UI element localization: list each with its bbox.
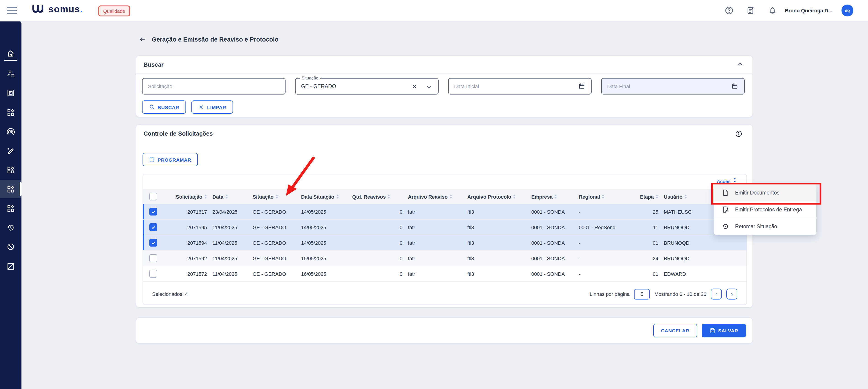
col-regional[interactable]: Regional [579, 194, 600, 199]
hamburger-menu-icon[interactable] [7, 7, 17, 14]
prev-page-button[interactable]: ‹ [711, 289, 722, 299]
collapse-chevron-icon[interactable] [737, 61, 743, 68]
calendar-icon[interactable] [578, 83, 585, 90]
sidebar-item-history[interactable] [0, 218, 22, 236]
row-checkbox[interactable] [149, 254, 157, 262]
row-checkbox[interactable] [149, 270, 157, 278]
table-header-row: Solicitação Data Situação Data Situação … [143, 189, 746, 204]
sort-icon[interactable] [225, 195, 228, 199]
col-arquivo-reaviso[interactable]: Arquivo Reaviso [408, 194, 448, 199]
col-data[interactable]: Data [212, 194, 223, 199]
back-arrow-icon[interactable] [139, 36, 146, 43]
sort-icon[interactable] [513, 195, 516, 199]
data-final-input[interactable]: Data Final [601, 78, 745, 95]
col-usuario[interactable]: Usuário [664, 194, 683, 199]
cell-data-situacao: 14/05/2025 [298, 204, 349, 219]
cell-etapa: 01 [634, 266, 661, 282]
solicitacao-input[interactable]: Solicitação [142, 78, 285, 95]
help-icon[interactable] [724, 6, 734, 15]
sort-icon[interactable] [450, 195, 452, 199]
data-inicial-input[interactable]: Data Inicial [448, 78, 592, 95]
bell-icon[interactable] [768, 6, 777, 15]
next-page-button[interactable]: › [726, 289, 737, 299]
row-checkbox[interactable] [149, 239, 157, 247]
buscar-button[interactable]: BUSCAR [142, 100, 186, 114]
sidebar-item-edit[interactable] [0, 141, 22, 160]
cell-etapa: 01 [634, 235, 661, 251]
calendar-icon[interactable] [732, 83, 738, 90]
user-name[interactable]: Bruno Queiroga D... [785, 8, 832, 13]
table-row[interactable]: 207157211/04/2025GE - GERADO16/05/20250f… [143, 266, 746, 282]
sort-icon[interactable] [684, 195, 687, 199]
sort-icon[interactable] [388, 195, 391, 199]
solicitacoes-table: Ações Solicitação Data Situação Data Sit… [143, 174, 747, 305]
sidebar-item-apps-2[interactable] [0, 161, 22, 179]
cell-arquivo-protocolo: ftl3 [465, 266, 529, 282]
sidebar-item-person-home[interactable] [0, 64, 22, 83]
menu-item-retomar-situacao[interactable]: Retomar Situação [714, 218, 816, 235]
sort-icon[interactable] [602, 195, 604, 199]
form-actions-bar: CANCELAR SALVAR [136, 317, 753, 344]
cell-qtd-reavisos: 0 [349, 266, 405, 282]
cell-situacao: GE - GERADO [250, 204, 298, 219]
table-row[interactable]: 207159511/04/2025GE - GERADO14/05/20250f… [143, 219, 746, 235]
col-situacao[interactable]: Situação [253, 194, 274, 199]
history-icon [6, 223, 15, 232]
cell-regional: 0001 - RegSond [576, 219, 634, 235]
sort-icon[interactable] [656, 195, 658, 199]
menu-item-emitir-protocolos[interactable]: Emitir Protocolos de Entrega [714, 201, 816, 218]
sort-icon[interactable] [204, 195, 207, 199]
app-logo: somus. [32, 4, 83, 14]
sidebar-item-apps-active[interactable] [0, 180, 22, 198]
info-icon[interactable] [735, 130, 742, 137]
row-checkbox[interactable] [149, 223, 157, 231]
situacao-select[interactable]: Situação GE - GERADO [295, 78, 439, 95]
cell-data-situacao: 14/05/2025 [298, 219, 349, 235]
sidebar-item-broadcast[interactable] [0, 122, 22, 141]
sort-icon[interactable] [276, 195, 278, 199]
sidebar-item-apps-1[interactable] [0, 103, 22, 122]
clear-icon[interactable] [411, 83, 418, 90]
col-empresa[interactable]: Empresa [531, 194, 553, 199]
cell-situacao: GE - GERADO [250, 219, 298, 235]
select-all-checkbox[interactable] [149, 193, 157, 200]
logo-text: somus. [49, 4, 83, 14]
menu-item-emitir-documentos[interactable]: Emitir Documentos [714, 185, 816, 201]
cell-arquivo-reaviso: fatr [405, 251, 465, 266]
apps-diamond-icon [6, 185, 15, 193]
col-etapa[interactable]: Etapa [640, 194, 654, 199]
table-row[interactable]: 207159211/04/2025GE - GERADO15/05/20250f… [143, 251, 746, 266]
situacao-label: Situação [300, 75, 320, 80]
sort-icon[interactable] [554, 195, 557, 199]
cell-qtd-reavisos: 0 [349, 219, 405, 235]
limpar-button[interactable]: LIMPAR [192, 100, 233, 114]
chevron-down-icon[interactable] [426, 84, 432, 90]
cancelar-button[interactable]: CANCELAR [653, 324, 697, 337]
programar-button[interactable]: PROGRAMAR [143, 153, 197, 166]
rows-per-page-value[interactable]: 5 [634, 289, 650, 299]
calendar-icon [149, 157, 155, 163]
note-add-icon[interactable] [746, 6, 755, 15]
sidebar-item-framed-square[interactable] [0, 84, 22, 102]
cell-regional: - [576, 204, 634, 219]
col-data-situacao[interactable]: Data Situação [301, 194, 334, 199]
edit-pencil-icon [6, 146, 15, 155]
sidebar-item-apps-3[interactable] [0, 199, 22, 217]
cell-arquivo-protocolo: ftl3 [465, 251, 529, 266]
row-checkbox[interactable] [149, 208, 157, 216]
col-solicitacao[interactable]: Solicitação [176, 194, 203, 199]
col-arquivo-protocolo[interactable]: Arquivo Protocolo [467, 194, 511, 199]
sidebar-item-square-diagonal[interactable] [0, 257, 22, 275]
table-row[interactable]: 207161723/04/2025GE - GERADO14/05/20250f… [143, 204, 746, 219]
avatar[interactable]: BQ [841, 5, 854, 17]
sidebar-item-blocked[interactable] [0, 237, 22, 256]
acoes-menu-trigger[interactable]: Ações [717, 178, 736, 185]
salvar-button[interactable]: SALVAR [702, 324, 746, 337]
showing-range: Mostrando 6 - 10 de 26 [654, 291, 707, 297]
top-bar: somus. Qualidade Bruno Queiroga D... BQ [0, 0, 868, 22]
col-qtd-reavisos[interactable]: Qtd. Reavisos [352, 194, 386, 199]
table-row[interactable]: 207159411/04/2025GE - GERADO14/05/20250f… [143, 235, 746, 251]
cell-etapa: 24 [634, 251, 661, 266]
apps-diamond-icon [6, 108, 15, 117]
sort-icon[interactable] [336, 195, 339, 199]
